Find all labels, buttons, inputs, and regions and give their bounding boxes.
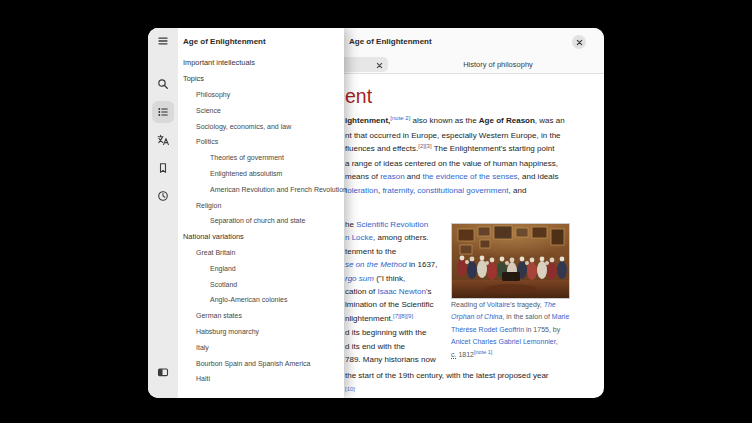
toc-item[interactable]: Great Britain: [178, 245, 344, 261]
article-text-line: tenment to the: [345, 245, 438, 258]
text-segment[interactable]: n Locke: [345, 233, 373, 242]
text-segment: ("I think,: [374, 274, 405, 283]
text-segment[interactable]: Scientific Revolution: [356, 220, 428, 229]
history-icon: [157, 190, 169, 202]
toc-item[interactable]: Politics: [178, 134, 344, 150]
article-text-line: he Scientific Revolution: [345, 218, 438, 231]
text-segment: the start of the 19th century, with the …: [345, 371, 549, 380]
image-caption: Reading of Voltaire's tragedy, TheOrphan…: [451, 299, 577, 361]
toc-item[interactable]: Anglo-American colonies: [178, 292, 344, 308]
text-segment: Age of Reason: [479, 116, 535, 125]
text-segment[interactable]: Marie: [552, 313, 570, 320]
text-segment[interactable]: [10]: [345, 386, 355, 392]
article-text-line: lmination of the Scientific: [345, 298, 438, 311]
article-title: ent: [345, 85, 372, 108]
text-segment[interactable]: Anicet Charles Gabriel Lemonnier: [451, 338, 556, 345]
search-button[interactable]: [152, 73, 174, 95]
text-segment[interactable]: reason: [380, 172, 404, 181]
text-segment: , among others.: [373, 233, 429, 242]
toc-item[interactable]: American Revolution and French Revolutio…: [178, 181, 344, 197]
toc-item[interactable]: England: [178, 260, 344, 276]
text-segment: in 1637,: [407, 260, 438, 269]
toc-item[interactable]: Topics: [178, 71, 344, 87]
article-paragraph-1: ightenment,[note 2] also known as the Ag…: [345, 114, 565, 198]
search-icon: [157, 78, 169, 90]
flap-toggle-button[interactable]: [152, 361, 174, 383]
text-segment: means of: [345, 172, 380, 181]
text-segment[interactable]: [note 2]: [390, 115, 410, 121]
article-text-line: nlightenment.[7][8][9]: [345, 312, 438, 326]
toc-item[interactable]: Religion: [178, 197, 344, 213]
text-segment[interactable]: se on the Method: [345, 260, 407, 269]
article-text-line: ightenment,[note 2] also known as the Ag…: [345, 114, 565, 129]
text-segment[interactable]: Isaac Newton: [377, 287, 425, 296]
article-text-line: cation of Isaac Newton's: [345, 285, 438, 298]
languages-button[interactable]: [152, 129, 174, 151]
text-segment[interactable]: Voltaire: [487, 301, 510, 308]
close-icon: [576, 39, 583, 46]
text-segment: ightenment,: [345, 116, 390, 125]
close-window-button[interactable]: [572, 35, 586, 49]
toc-item[interactable]: Important intellectuals: [178, 55, 344, 71]
text-segment[interactable]: the evidence of the senses: [422, 172, 517, 181]
toc-button[interactable]: [152, 101, 174, 123]
toc-item[interactable]: Sociology, economics, and law: [178, 118, 344, 134]
text-segment[interactable]: toleration: [345, 186, 378, 195]
text-segment[interactable]: Thérèse Rodet Geoffrin: [451, 326, 524, 333]
text-segment: tenment to the: [345, 247, 396, 256]
article-text-line: fluences and effects.[2][3] The Enlighte…: [345, 142, 565, 157]
caption-line: Reading of Voltaire's tragedy, The: [451, 299, 577, 311]
text-segment[interactable]: fraternity: [382, 186, 413, 195]
text-segment: ,: [556, 338, 558, 345]
text-segment: cation of: [345, 287, 377, 296]
text-segment: , was an: [535, 116, 565, 125]
toc-item[interactable]: Science: [178, 102, 344, 118]
article-text-line: rgo sum ("I think,: [345, 272, 438, 285]
toc-item[interactable]: Haiti: [178, 371, 344, 387]
caption-line: c. 1812[note 1]: [451, 349, 577, 361]
history-button[interactable]: [152, 185, 174, 207]
article-text-line: 789. Many historians now: [345, 353, 438, 366]
text-segment[interactable]: [note 1]: [474, 349, 492, 355]
sidebar-rail: [148, 28, 178, 398]
flap-toggle-icon: [157, 366, 169, 378]
text-segment: d its beginning with the: [345, 328, 426, 337]
tab-history-of-philosophy[interactable]: History of philosophy: [438, 55, 558, 74]
toc-item[interactable]: Scotland: [178, 276, 344, 292]
toc-item[interactable]: Philosophy: [178, 87, 344, 103]
main-menu-button[interactable]: [152, 30, 174, 52]
text-segment[interactable]: rgo sum: [345, 274, 374, 283]
text-segment: , and ideals: [518, 172, 559, 181]
toc-item[interactable]: German states: [178, 308, 344, 324]
text-segment[interactable]: Orphan of China: [451, 313, 502, 320]
toc-item[interactable]: Italy: [178, 339, 344, 355]
article-text-line: [10]: [345, 385, 355, 398]
text-segment: in 1755, by: [524, 326, 560, 333]
text-segment[interactable]: [7][8][9]: [393, 313, 413, 319]
text-segment: nlightenment.: [345, 314, 393, 323]
toc-item[interactable]: Habsburg monarchy: [178, 324, 344, 340]
article-paragraph-2: he Scientific Revolutionn Locke, among o…: [345, 218, 438, 366]
text-segment: , and: [509, 186, 527, 195]
article-text-line: se on the Method in 1637,: [345, 258, 438, 271]
toc-item[interactable]: Bourbon Spain and Spanish America: [178, 355, 344, 371]
article-text-line: means of reason and the evidence of the …: [345, 170, 565, 184]
text-segment: d its end with the: [345, 342, 405, 351]
article-text-line: a range of ideas centered on the value o…: [345, 157, 565, 171]
text-segment[interactable]: The: [544, 301, 556, 308]
article-image[interactable]: [451, 223, 570, 299]
toc-item[interactable]: Separation of church and state: [178, 213, 344, 229]
text-segment[interactable]: constitutional government: [417, 186, 508, 195]
article-text-line: n Locke, among others.: [345, 231, 438, 244]
bookmarks-button[interactable]: [152, 157, 174, 179]
article-text-line: toleration, fraternity, constitutional g…: [345, 184, 565, 198]
text-segment: 's tragedy,: [510, 301, 544, 308]
window-title: Age of Enlightenment: [349, 28, 432, 55]
tab-close-button[interactable]: [375, 61, 383, 69]
toc-item[interactable]: National variations: [178, 229, 344, 245]
text-segment: 1812: [456, 351, 474, 358]
toc-item[interactable]: Theories of government: [178, 150, 344, 166]
toc-item[interactable]: Enlightened absolutism: [178, 166, 344, 182]
drawer-title: Age of Enlightenment: [183, 28, 266, 55]
screen: Age of Enlightenment: [0, 0, 752, 423]
